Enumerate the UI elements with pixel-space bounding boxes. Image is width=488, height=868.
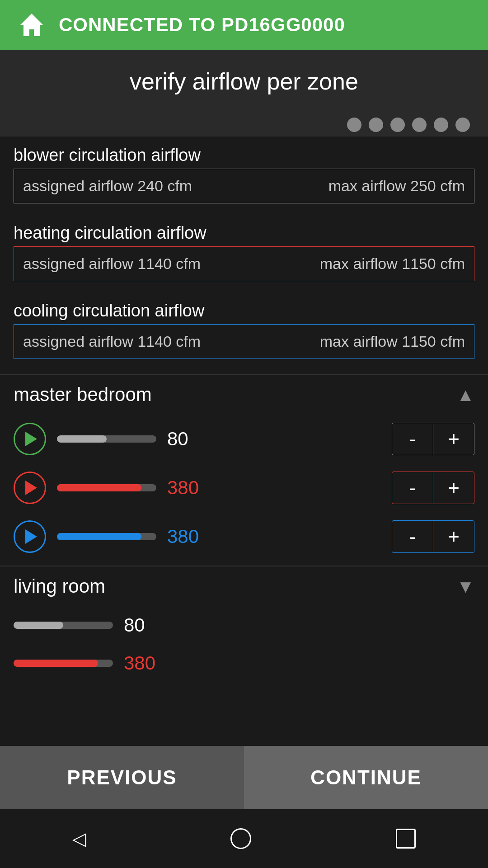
previous-button[interactable]: PREVIOUS [0, 746, 244, 809]
progress-dots [0, 108, 488, 137]
increase-button-mb-3[interactable]: + [433, 521, 474, 552]
progress-dot-5 [434, 118, 448, 132]
progress-dot-6 [455, 118, 470, 132]
page-title-area: verify airflow per zone [0, 50, 488, 108]
decrease-button-mb-1[interactable]: - [392, 423, 433, 455]
increase-button-mb-2[interactable]: + [433, 472, 474, 504]
heating-assigned: assigned airflow 1140 cfm [23, 255, 201, 273]
cooling-label: cooling circulation airflow [14, 301, 474, 321]
living-room-chevron: ▼ [456, 576, 474, 597]
living-room-name: living room [14, 576, 105, 597]
bar-fill-mb-2 [57, 484, 141, 491]
living-room-row-2: 380 [0, 644, 488, 682]
increase-button-mb-1[interactable]: + [433, 423, 474, 455]
cooling-assigned: assigned airflow 1140 cfm [23, 333, 201, 350]
play-button-mb-2[interactable] [14, 472, 46, 504]
home-icon[interactable] [18, 11, 45, 38]
recents-icon[interactable] [396, 829, 416, 849]
bar-track-lr-1 [14, 622, 113, 629]
heating-values: assigned airflow 1140 cfm max airflow 11… [14, 246, 474, 281]
bar-fill-lr-1 [14, 622, 63, 629]
master-bedroom-header[interactable]: master bedroom ▲ [0, 374, 488, 415]
bar-track-mb-1 [57, 435, 156, 443]
blower-max: max airflow 250 cfm [328, 177, 465, 195]
progress-dot-2 [369, 118, 383, 132]
bar-track-mb-3 [57, 533, 156, 540]
header: CONNECTED TO PD16GG0000 [0, 0, 488, 50]
svg-marker-0 [20, 14, 43, 36]
master-bedroom-row-1: 80 - + [0, 415, 488, 463]
heating-section: heating circulation airflow assigned air… [0, 214, 488, 292]
cooling-section: cooling circulation airflow assigned air… [0, 292, 488, 370]
zone-value-mb-1: 80 [167, 428, 381, 450]
blower-values: assigned airflow 240 cfm max airflow 250… [14, 169, 474, 203]
zone-value-mb-2: 380 [167, 477, 381, 499]
bar-fill-mb-1 [57, 435, 107, 443]
stepper-mb-1: - + [392, 423, 474, 455]
blower-label: blower circulation airflow [14, 146, 474, 165]
progress-dot-4 [412, 118, 427, 132]
cooling-max: max airflow 1150 cfm [320, 333, 465, 350]
living-room-header[interactable]: living room ▼ [0, 566, 488, 606]
play-button-mb-1[interactable] [14, 423, 46, 455]
play-triangle-icon-mb-1 [25, 432, 37, 446]
master-bedroom-name: master bedroom [14, 384, 152, 406]
blower-assigned: assigned airflow 240 cfm [23, 177, 192, 195]
living-room-zone: living room ▼ 80 380 [0, 566, 488, 682]
cooling-values: assigned airflow 1140 cfm max airflow 11… [14, 324, 474, 359]
page-title: verify airflow per zone [9, 68, 479, 95]
heating-label: heating circulation airflow [14, 223, 474, 243]
zone-value-lr-2: 380 [124, 652, 474, 674]
bottom-buttons: PREVIOUS CONTINUE [0, 746, 488, 809]
master-bedroom-row-3: 380 - + [0, 512, 488, 561]
header-title: CONNECTED TO PD16GG0000 [59, 14, 345, 36]
continue-button[interactable]: CONTINUE [244, 746, 488, 809]
decrease-button-mb-3[interactable]: - [392, 521, 433, 552]
living-room-row-1: 80 [0, 606, 488, 644]
home-nav-icon[interactable] [230, 828, 251, 849]
back-icon[interactable]: ◁ [72, 828, 86, 849]
progress-dot-3 [390, 118, 405, 132]
play-triangle-icon-mb-2 [25, 481, 37, 495]
master-bedroom-chevron: ▲ [456, 385, 474, 405]
android-navbar: ◁ [0, 809, 488, 868]
zone-value-lr-1: 80 [124, 614, 474, 636]
stepper-mb-2: - + [392, 472, 474, 504]
blower-section: blower circulation airflow assigned airf… [0, 137, 488, 214]
master-bedroom-row-2: 380 - + [0, 463, 488, 512]
decrease-button-mb-2[interactable]: - [392, 472, 433, 504]
play-button-mb-3[interactable] [14, 520, 46, 553]
play-triangle-icon-mb-3 [25, 529, 37, 544]
zone-value-mb-3: 380 [167, 526, 381, 547]
bar-track-mb-2 [57, 484, 156, 491]
bar-fill-mb-3 [57, 533, 141, 540]
bar-fill-lr-2 [14, 660, 98, 667]
master-bedroom-zone: master bedroom ▲ 80 - + [0, 374, 488, 561]
bar-track-lr-2 [14, 660, 113, 667]
stepper-mb-3: - + [392, 520, 474, 553]
progress-dot-1 [347, 118, 361, 132]
heating-max: max airflow 1150 cfm [320, 255, 465, 273]
